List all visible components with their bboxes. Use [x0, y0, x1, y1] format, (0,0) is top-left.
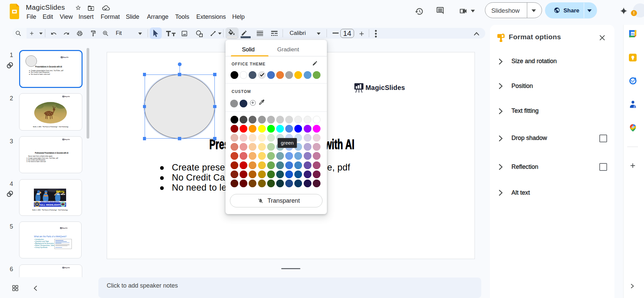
svg-text:MagicSlides: MagicSlides — [64, 139, 70, 140]
svg-text:MagicSlides: MagicSlides — [64, 267, 70, 268]
svg-text:INDIA VS WEST INDIES MASTERS: INDIA VS WEST INDIES MASTERS — [41, 201, 59, 203]
svg-text:MagicSlides: MagicSlides — [64, 96, 70, 97]
svg-text:MagicSlides: MagicSlides — [63, 57, 69, 58]
svg-text:31: 31 — [631, 32, 634, 36]
svg-text:FULL HIGHLIGHTS: FULL HIGHLIGHTS — [39, 203, 62, 206]
svg-text:MagicSlides: MagicSlides — [62, 228, 67, 229]
svg-text:FINAL: FINAL — [56, 190, 65, 193]
svg-text:IND WON: IND WON — [57, 193, 65, 195]
